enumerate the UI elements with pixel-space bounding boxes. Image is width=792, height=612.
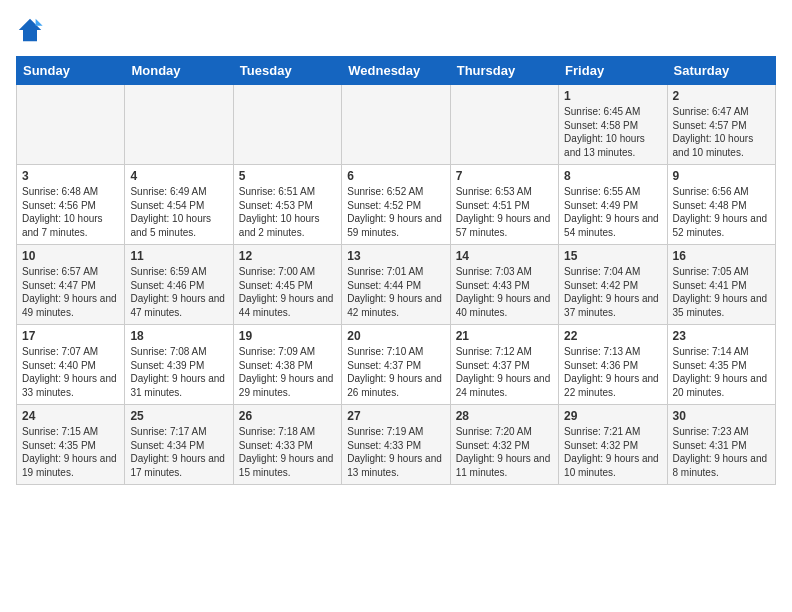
day-info: Sunrise: 7:12 AM Sunset: 4:37 PM Dayligh… xyxy=(456,345,553,399)
calendar-cell: 2Sunrise: 6:47 AM Sunset: 4:57 PM Daylig… xyxy=(667,85,775,165)
calendar-header-row: SundayMondayTuesdayWednesdayThursdayFrid… xyxy=(17,57,776,85)
calendar-cell: 11Sunrise: 6:59 AM Sunset: 4:46 PM Dayli… xyxy=(125,245,233,325)
col-header-thursday: Thursday xyxy=(450,57,558,85)
day-info: Sunrise: 7:23 AM Sunset: 4:31 PM Dayligh… xyxy=(673,425,770,479)
calendar-cell xyxy=(125,85,233,165)
day-info: Sunrise: 7:08 AM Sunset: 4:39 PM Dayligh… xyxy=(130,345,227,399)
day-number: 3 xyxy=(22,169,119,183)
day-info: Sunrise: 7:14 AM Sunset: 4:35 PM Dayligh… xyxy=(673,345,770,399)
col-header-friday: Friday xyxy=(559,57,667,85)
day-info: Sunrise: 7:13 AM Sunset: 4:36 PM Dayligh… xyxy=(564,345,661,399)
calendar-cell xyxy=(450,85,558,165)
day-number: 29 xyxy=(564,409,661,423)
day-info: Sunrise: 7:03 AM Sunset: 4:43 PM Dayligh… xyxy=(456,265,553,319)
header xyxy=(16,16,776,44)
day-number: 15 xyxy=(564,249,661,263)
day-info: Sunrise: 7:05 AM Sunset: 4:41 PM Dayligh… xyxy=(673,265,770,319)
day-number: 27 xyxy=(347,409,444,423)
day-number: 25 xyxy=(130,409,227,423)
col-header-monday: Monday xyxy=(125,57,233,85)
calendar-cell: 25Sunrise: 7:17 AM Sunset: 4:34 PM Dayli… xyxy=(125,405,233,485)
calendar-cell: 8Sunrise: 6:55 AM Sunset: 4:49 PM Daylig… xyxy=(559,165,667,245)
calendar-cell: 3Sunrise: 6:48 AM Sunset: 4:56 PM Daylig… xyxy=(17,165,125,245)
calendar-cell: 9Sunrise: 6:56 AM Sunset: 4:48 PM Daylig… xyxy=(667,165,775,245)
calendar-cell: 18Sunrise: 7:08 AM Sunset: 4:39 PM Dayli… xyxy=(125,325,233,405)
calendar-cell: 5Sunrise: 6:51 AM Sunset: 4:53 PM Daylig… xyxy=(233,165,341,245)
calendar-cell: 7Sunrise: 6:53 AM Sunset: 4:51 PM Daylig… xyxy=(450,165,558,245)
calendar-cell: 16Sunrise: 7:05 AM Sunset: 4:41 PM Dayli… xyxy=(667,245,775,325)
day-info: Sunrise: 7:20 AM Sunset: 4:32 PM Dayligh… xyxy=(456,425,553,479)
day-info: Sunrise: 7:04 AM Sunset: 4:42 PM Dayligh… xyxy=(564,265,661,319)
calendar-cell: 13Sunrise: 7:01 AM Sunset: 4:44 PM Dayli… xyxy=(342,245,450,325)
day-number: 14 xyxy=(456,249,553,263)
calendar-cell: 12Sunrise: 7:00 AM Sunset: 4:45 PM Dayli… xyxy=(233,245,341,325)
calendar-cell: 1Sunrise: 6:45 AM Sunset: 4:58 PM Daylig… xyxy=(559,85,667,165)
day-info: Sunrise: 7:15 AM Sunset: 4:35 PM Dayligh… xyxy=(22,425,119,479)
day-info: Sunrise: 7:21 AM Sunset: 4:32 PM Dayligh… xyxy=(564,425,661,479)
calendar-cell: 4Sunrise: 6:49 AM Sunset: 4:54 PM Daylig… xyxy=(125,165,233,245)
calendar-cell: 15Sunrise: 7:04 AM Sunset: 4:42 PM Dayli… xyxy=(559,245,667,325)
day-number: 18 xyxy=(130,329,227,343)
calendar-cell: 21Sunrise: 7:12 AM Sunset: 4:37 PM Dayli… xyxy=(450,325,558,405)
day-info: Sunrise: 6:59 AM Sunset: 4:46 PM Dayligh… xyxy=(130,265,227,319)
day-number: 13 xyxy=(347,249,444,263)
day-info: Sunrise: 7:10 AM Sunset: 4:37 PM Dayligh… xyxy=(347,345,444,399)
day-number: 26 xyxy=(239,409,336,423)
calendar-week-row: 17Sunrise: 7:07 AM Sunset: 4:40 PM Dayli… xyxy=(17,325,776,405)
day-number: 7 xyxy=(456,169,553,183)
day-info: Sunrise: 7:19 AM Sunset: 4:33 PM Dayligh… xyxy=(347,425,444,479)
day-number: 11 xyxy=(130,249,227,263)
calendar-cell: 19Sunrise: 7:09 AM Sunset: 4:38 PM Dayli… xyxy=(233,325,341,405)
svg-marker-1 xyxy=(36,19,43,26)
day-number: 16 xyxy=(673,249,770,263)
calendar-cell xyxy=(17,85,125,165)
day-info: Sunrise: 6:55 AM Sunset: 4:49 PM Dayligh… xyxy=(564,185,661,239)
day-number: 2 xyxy=(673,89,770,103)
day-info: Sunrise: 6:52 AM Sunset: 4:52 PM Dayligh… xyxy=(347,185,444,239)
col-header-wednesday: Wednesday xyxy=(342,57,450,85)
logo xyxy=(16,16,48,44)
calendar-cell: 17Sunrise: 7:07 AM Sunset: 4:40 PM Dayli… xyxy=(17,325,125,405)
calendar-cell: 30Sunrise: 7:23 AM Sunset: 4:31 PM Dayli… xyxy=(667,405,775,485)
calendar-week-row: 10Sunrise: 6:57 AM Sunset: 4:47 PM Dayli… xyxy=(17,245,776,325)
calendar-cell: 28Sunrise: 7:20 AM Sunset: 4:32 PM Dayli… xyxy=(450,405,558,485)
calendar-cell: 20Sunrise: 7:10 AM Sunset: 4:37 PM Dayli… xyxy=(342,325,450,405)
day-number: 8 xyxy=(564,169,661,183)
day-number: 23 xyxy=(673,329,770,343)
day-info: Sunrise: 7:01 AM Sunset: 4:44 PM Dayligh… xyxy=(347,265,444,319)
day-number: 22 xyxy=(564,329,661,343)
day-number: 6 xyxy=(347,169,444,183)
day-info: Sunrise: 6:47 AM Sunset: 4:57 PM Dayligh… xyxy=(673,105,770,159)
day-info: Sunrise: 7:07 AM Sunset: 4:40 PM Dayligh… xyxy=(22,345,119,399)
calendar-cell: 14Sunrise: 7:03 AM Sunset: 4:43 PM Dayli… xyxy=(450,245,558,325)
calendar-week-row: 24Sunrise: 7:15 AM Sunset: 4:35 PM Dayli… xyxy=(17,405,776,485)
calendar-cell: 24Sunrise: 7:15 AM Sunset: 4:35 PM Dayli… xyxy=(17,405,125,485)
day-number: 19 xyxy=(239,329,336,343)
day-info: Sunrise: 6:56 AM Sunset: 4:48 PM Dayligh… xyxy=(673,185,770,239)
day-info: Sunrise: 6:49 AM Sunset: 4:54 PM Dayligh… xyxy=(130,185,227,239)
calendar-cell: 22Sunrise: 7:13 AM Sunset: 4:36 PM Dayli… xyxy=(559,325,667,405)
day-number: 30 xyxy=(673,409,770,423)
day-number: 17 xyxy=(22,329,119,343)
day-info: Sunrise: 6:57 AM Sunset: 4:47 PM Dayligh… xyxy=(22,265,119,319)
day-info: Sunrise: 7:17 AM Sunset: 4:34 PM Dayligh… xyxy=(130,425,227,479)
day-number: 1 xyxy=(564,89,661,103)
calendar-cell: 29Sunrise: 7:21 AM Sunset: 4:32 PM Dayli… xyxy=(559,405,667,485)
day-info: Sunrise: 6:53 AM Sunset: 4:51 PM Dayligh… xyxy=(456,185,553,239)
calendar-cell: 10Sunrise: 6:57 AM Sunset: 4:47 PM Dayli… xyxy=(17,245,125,325)
calendar-cell: 27Sunrise: 7:19 AM Sunset: 4:33 PM Dayli… xyxy=(342,405,450,485)
day-number: 20 xyxy=(347,329,444,343)
calendar-cell: 23Sunrise: 7:14 AM Sunset: 4:35 PM Dayli… xyxy=(667,325,775,405)
day-number: 12 xyxy=(239,249,336,263)
day-info: Sunrise: 6:51 AM Sunset: 4:53 PM Dayligh… xyxy=(239,185,336,239)
day-number: 9 xyxy=(673,169,770,183)
logo-icon xyxy=(16,16,44,44)
calendar-cell xyxy=(233,85,341,165)
day-info: Sunrise: 6:48 AM Sunset: 4:56 PM Dayligh… xyxy=(22,185,119,239)
col-header-tuesday: Tuesday xyxy=(233,57,341,85)
day-number: 5 xyxy=(239,169,336,183)
col-header-sunday: Sunday xyxy=(17,57,125,85)
calendar-week-row: 1Sunrise: 6:45 AM Sunset: 4:58 PM Daylig… xyxy=(17,85,776,165)
calendar: SundayMondayTuesdayWednesdayThursdayFrid… xyxy=(16,56,776,485)
calendar-week-row: 3Sunrise: 6:48 AM Sunset: 4:56 PM Daylig… xyxy=(17,165,776,245)
